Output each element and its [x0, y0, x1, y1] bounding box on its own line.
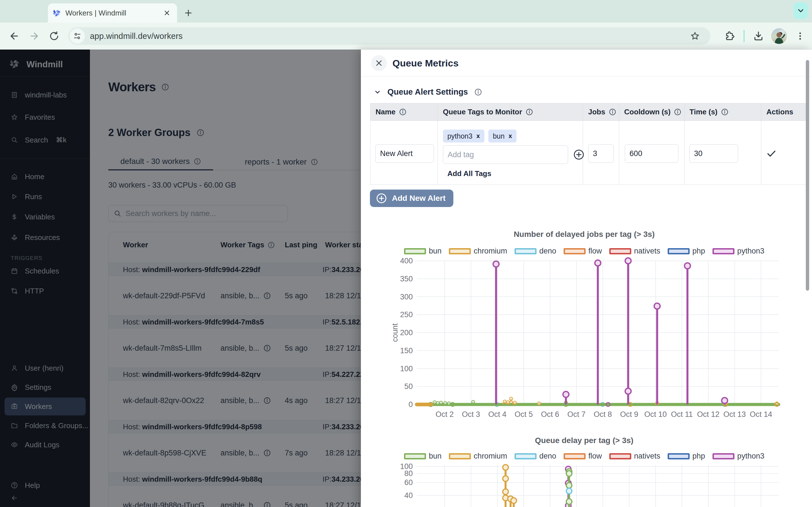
- drawer-divider: [361, 76, 812, 76]
- tab-strip: Workers | Windmill: [0, 0, 812, 22]
- add-tag-placeholder: Add tag: [448, 151, 474, 159]
- info-icon[interactable]: [525, 108, 533, 116]
- legend-swatch: [515, 248, 537, 255]
- menu-kebab-icon[interactable]: [791, 27, 809, 45]
- svg-text:Oct 3: Oct 3: [462, 410, 480, 418]
- alert-column-label: Queue Tags to Monitor: [443, 108, 522, 116]
- confirm-check-icon[interactable]: [766, 148, 777, 160]
- svg-text:Oct 14: Oct 14: [750, 410, 772, 418]
- queue-delay-chart: Queue delay per tag (> 3s) bunchromiumde…: [361, 436, 808, 507]
- alert-column-jobs: Jobs: [583, 103, 619, 121]
- legend-item-php[interactable]: php: [668, 452, 705, 460]
- alert-column-label: Actions: [766, 108, 793, 116]
- tag-pill-label: bun: [493, 132, 505, 140]
- legend-item-php[interactable]: php: [668, 247, 705, 256]
- svg-text:Oct 8: Oct 8: [594, 410, 612, 418]
- legend-item-bun[interactable]: bun: [404, 452, 442, 460]
- add-new-alert-button[interactable]: Add New Alert: [370, 189, 453, 207]
- bookmark-star-icon[interactable]: [688, 29, 703, 44]
- queue-metrics-drawer: Queue Metrics Queue Alert Settings NameQ…: [361, 50, 812, 507]
- tab-close-icon[interactable]: [162, 8, 172, 18]
- browser-toolbar: app.windmill.dev/workers: [0, 22, 812, 50]
- chart-legend: bunchromiumdenoflownativetsphppython3: [361, 452, 808, 460]
- svg-text:Oct 2: Oct 2: [436, 410, 454, 418]
- svg-text:Oct 12: Oct 12: [697, 410, 719, 418]
- legend-item-deno[interactable]: deno: [515, 247, 556, 256]
- drawer-scrollbar-thumb[interactable]: [806, 60, 809, 291]
- windmill-favicon: [52, 8, 61, 17]
- svg-text:50: 50: [404, 382, 413, 391]
- legend-swatch: [609, 248, 631, 255]
- forward-icon[interactable]: [26, 27, 43, 45]
- toolbar-separator: [744, 30, 745, 42]
- time-value: 30: [694, 149, 703, 158]
- add-tag-input[interactable]: Add tag: [443, 145, 568, 164]
- legend-item-chromium[interactable]: chromium: [449, 247, 507, 256]
- legend-item-nativets[interactable]: nativets: [609, 452, 660, 460]
- cooldown-input[interactable]: 600: [625, 144, 678, 163]
- info-icon[interactable]: [399, 108, 407, 116]
- info-icon[interactable]: [674, 108, 681, 116]
- alert-time-cell: 30: [684, 121, 762, 184]
- legend-label: bun: [429, 452, 442, 460]
- info-icon[interactable]: [474, 88, 482, 96]
- svg-text:350: 350: [400, 275, 413, 283]
- chart-title: Number of delayed jobs per tag (> 3s): [361, 230, 808, 239]
- alert-column-label: Jobs: [588, 108, 605, 116]
- url-text[interactable]: app.windmill.dev/workers: [90, 32, 183, 41]
- back-icon[interactable]: [5, 27, 23, 45]
- legend-item-flow[interactable]: flow: [564, 452, 602, 460]
- legend-item-deno[interactable]: deno: [515, 452, 556, 460]
- site-settings-icon[interactable]: [70, 29, 85, 44]
- legend-item-chromium[interactable]: chromium: [449, 452, 507, 460]
- drawer-close-button[interactable]: [371, 55, 387, 71]
- legend-label: chromium: [474, 452, 507, 460]
- app-window: Windmill windmill-labsFavoritesSearch⌘k …: [0, 50, 812, 507]
- tabstrip-chevron-button[interactable]: [794, 2, 808, 19]
- legend-item-python3[interactable]: python3: [712, 452, 764, 460]
- queue-alert-settings-header[interactable]: Queue Alert Settings: [374, 87, 482, 97]
- legend-swatch: [564, 453, 586, 459]
- jobs-input[interactable]: 3: [588, 144, 614, 163]
- alert-column-time-s-: Time (s): [684, 103, 762, 121]
- reload-icon[interactable]: [45, 27, 63, 45]
- alert-name-input[interactable]: New Alert: [375, 144, 434, 163]
- legend-item-nativets[interactable]: nativets: [609, 247, 660, 256]
- svg-text:Oct 10: Oct 10: [644, 410, 667, 418]
- browser-tab[interactable]: Workers | Windmill: [48, 3, 177, 22]
- legend-item-bun[interactable]: bun: [404, 247, 442, 256]
- extensions-icon[interactable]: [721, 27, 739, 45]
- svg-text:Oct 4: Oct 4: [488, 410, 507, 418]
- drawer-title: Queue Metrics: [393, 58, 458, 69]
- legend-item-flow[interactable]: flow: [564, 247, 602, 256]
- tag-pill-python3: python3x: [443, 129, 485, 143]
- download-icon[interactable]: [749, 27, 767, 45]
- chart-title: Queue delay per tag (> 3s): [361, 436, 808, 445]
- svg-text:100: 100: [400, 364, 413, 373]
- legend-label: flow: [589, 247, 602, 256]
- tag-pill-label: python3: [448, 132, 472, 140]
- time-input[interactable]: 30: [689, 144, 738, 163]
- info-icon[interactable]: [721, 108, 728, 116]
- remove-tag-icon[interactable]: x: [476, 132, 480, 140]
- legend-swatch: [564, 248, 586, 255]
- address-bar[interactable]: app.windmill.dev/workers: [68, 27, 711, 45]
- alert-column-name: Name: [370, 103, 438, 121]
- remove-tag-icon[interactable]: x: [509, 132, 512, 140]
- plus-circle-icon: [375, 192, 388, 204]
- legend-label: nativets: [634, 247, 660, 256]
- add-all-tags-link[interactable]: Add All Tags: [448, 169, 492, 178]
- alert-table-row: New Alert python3xbunx Add tag Add All T…: [370, 121, 807, 184]
- profile-avatar[interactable]: [771, 28, 787, 44]
- legend-item-python3[interactable]: python3: [712, 247, 764, 256]
- alert-column-actions: Actions: [761, 103, 807, 121]
- section-title: Queue Alert Settings: [388, 87, 468, 97]
- legend-label: nativets: [634, 452, 660, 460]
- alert-column-queue-tags-to-monitor: Queue Tags to Monitor: [438, 103, 583, 121]
- svg-text:count: count: [391, 323, 399, 342]
- svg-text:Oct 5: Oct 5: [515, 410, 533, 418]
- legend-swatch: [515, 453, 537, 459]
- legend-label: deno: [539, 452, 556, 460]
- info-icon[interactable]: [609, 108, 616, 116]
- new-tab-icon[interactable]: [183, 7, 194, 18]
